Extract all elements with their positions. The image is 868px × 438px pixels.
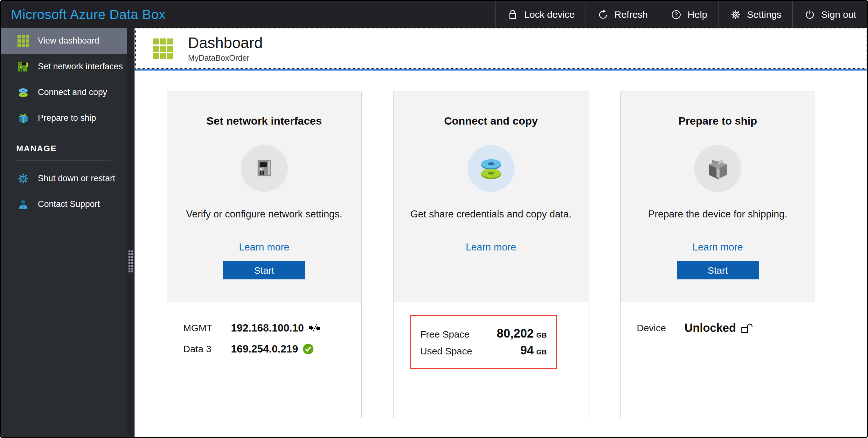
app-title: Microsoft Azure Data Box	[1, 7, 166, 22]
check-circle-icon	[303, 343, 314, 355]
mgmt-ip-value: 192.168.100.10	[231, 322, 304, 334]
free-space-unit: GB	[536, 331, 547, 339]
sidebar-item-label: Shut down or restart	[38, 173, 115, 183]
data3-ip-value: 169.254.0.219	[231, 343, 298, 355]
refresh-label: Refresh	[615, 9, 648, 20]
card-prepare-to-ship: Prepare to ship Prepare the de	[620, 92, 815, 418]
page-title: Dashboard	[188, 35, 263, 52]
free-space-label: Free Space	[420, 329, 497, 340]
used-space-value: 94	[520, 344, 534, 357]
order-name: MyDataBoxOrder	[188, 54, 263, 63]
sidebar-item-label: Prepare to ship	[38, 113, 96, 123]
used-space-unit: GB	[536, 348, 547, 356]
sidebar-item-label: Contact Support	[38, 199, 100, 209]
used-space-row: Used Space 94 GB	[420, 344, 547, 357]
sidebar-item-label: Set network interfaces	[38, 62, 123, 71]
start-button[interactable]: Start	[223, 261, 305, 279]
grid-icon	[17, 35, 30, 47]
settings-gear-icon	[729, 8, 742, 21]
gift-box-icon	[17, 112, 30, 125]
learn-more-link[interactable]: Learn more	[239, 242, 289, 253]
settings-label: Settings	[747, 9, 781, 20]
sidebar-resize-strip	[127, 28, 134, 437]
sidebar-item-connect-and-copy[interactable]: Connect and copy	[1, 79, 127, 105]
interface-label: MGMT	[183, 323, 231, 333]
power-icon	[803, 8, 816, 21]
settings-button[interactable]: Settings	[718, 1, 792, 28]
interface-label: Data 3	[183, 344, 231, 355]
card-description: Prepare the device for shipping.	[621, 208, 815, 220]
lock-device-label: Lock device	[524, 9, 575, 20]
sign-out-label: Sign out	[821, 9, 856, 20]
free-space-value: 80,202	[497, 327, 534, 340]
card-set-network-interfaces: Set network interfaces	[167, 92, 362, 418]
sidebar-item-label: View dashboard	[38, 36, 99, 46]
main-content: Dashboard MyDataBoxOrder Set network int…	[134, 28, 867, 437]
learn-more-link[interactable]: Learn more	[466, 242, 516, 253]
sidebar-section-manage: MANAGE	[1, 144, 127, 154]
learn-more-link[interactable]: Learn more	[692, 242, 743, 253]
refresh-icon	[597, 8, 610, 21]
lock-device-button[interactable]: Lock device	[495, 1, 585, 28]
card-connect-and-copy: Connect and copy Get share cre	[394, 92, 588, 418]
data3-interface-row: Data 3 169.254.0.219	[183, 342, 347, 356]
used-space-label: Used Space	[420, 346, 520, 357]
start-button[interactable]: Start	[677, 261, 759, 279]
dashboard-grid-icon	[152, 38, 173, 59]
page-header-text: Dashboard MyDataBoxOrder	[188, 35, 263, 63]
help-icon: ?	[670, 8, 683, 21]
sidebar-item-set-network-interfaces[interactable]: Set network interfaces	[1, 54, 127, 79]
device-lock-state-value: Unlocked	[684, 322, 736, 335]
top-bar: Microsoft Azure Data Box Lock device Ref…	[1, 1, 867, 28]
plug-disconnected-icon	[308, 323, 321, 333]
sidebar-item-contact-support[interactable]: Contact Support	[1, 191, 127, 217]
cards-row: Set network interfaces	[134, 71, 867, 418]
refresh-button[interactable]: Refresh	[586, 1, 659, 28]
sidebar-item-prepare-to-ship[interactable]: Prepare to ship	[1, 105, 127, 131]
unlock-icon	[740, 323, 754, 333]
svg-text:?: ?	[675, 11, 678, 18]
gift-box-icon	[694, 145, 741, 192]
free-space-row: Free Space 80,202 GB	[420, 327, 547, 340]
network-card-icon	[241, 145, 288, 192]
device-lock-state-row: Device Unlocked	[637, 321, 800, 335]
sign-out-button[interactable]: Sign out	[792, 1, 867, 28]
help-button[interactable]: ? Help	[659, 1, 718, 28]
network-card-icon	[17, 60, 30, 73]
sidebar-item-label: Connect and copy	[38, 88, 107, 97]
card-title: Set network interfaces	[167, 92, 361, 127]
lock-icon	[506, 8, 519, 21]
mgmt-interface-row: MGMT 192.168.100.10	[183, 321, 347, 335]
resize-drag-handle[interactable]	[128, 250, 133, 272]
device-label: Device	[637, 323, 684, 333]
space-highlight-box: Free Space 80,202 GB Used Space 94 GB	[410, 315, 557, 369]
help-label: Help	[688, 9, 707, 20]
person-icon	[17, 198, 30, 211]
card-title: Prepare to ship	[621, 92, 815, 127]
card-title: Connect and copy	[394, 92, 588, 127]
topbar-actions: Lock device Refresh ? Help	[495, 1, 867, 28]
disk-stack-icon	[468, 145, 515, 192]
power-gear-icon	[17, 172, 30, 185]
sidebar-item-shut-down-or-restart[interactable]: Shut down or restart	[1, 166, 127, 191]
sidebar-divider	[16, 161, 111, 161]
sidebar-item-view-dashboard[interactable]: View dashboard	[1, 28, 127, 54]
app-window: Microsoft Azure Data Box Lock device Ref…	[0, 0, 868, 438]
card-description: Get share credentials and copy data.	[394, 208, 588, 220]
sidebar: View dashboard Set network interfaces	[1, 28, 127, 437]
page-header: Dashboard MyDataBoxOrder	[134, 28, 867, 69]
disk-stack-icon	[17, 86, 30, 99]
card-description: Verify or configure network settings.	[167, 208, 361, 220]
